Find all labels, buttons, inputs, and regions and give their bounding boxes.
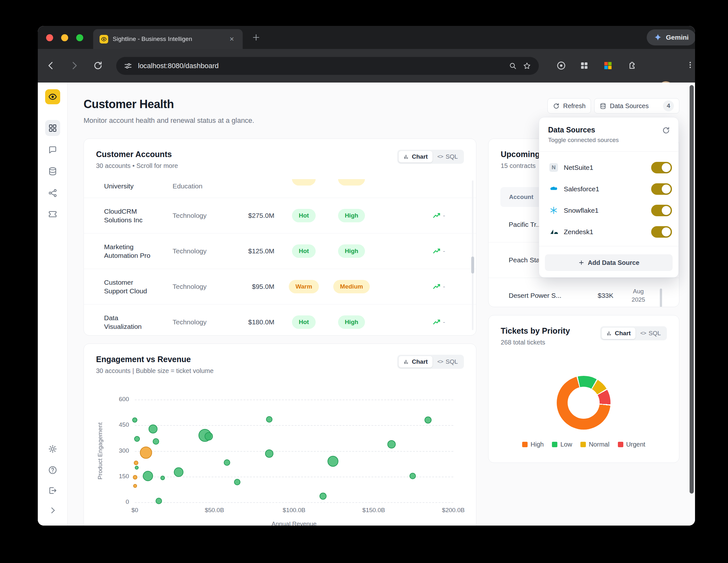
forward-icon[interactable] <box>69 61 79 70</box>
accounts-scrollbar-track[interactable] <box>472 181 473 330</box>
sidebar-item-dashboard[interactable] <box>45 120 60 136</box>
sidebar-item-integrations[interactable] <box>45 186 60 201</box>
toggle-knob <box>662 206 671 215</box>
site-settings-icon[interactable] <box>124 62 132 70</box>
extensions-puzzle-icon[interactable] <box>627 61 637 70</box>
refresh-button-label: Refresh <box>563 102 586 110</box>
browser-tab[interactable]: Sightline - Business Intelligen × <box>93 29 243 49</box>
zoom-window-button[interactable] <box>76 34 83 41</box>
code-icon: <> <box>437 154 443 160</box>
chart-view-button[interactable]: Chart <box>602 327 635 339</box>
menu-kebab-icon[interactable] <box>686 61 694 69</box>
minimize-window-button[interactable] <box>61 34 68 41</box>
y-tick-label: 300 <box>110 447 129 454</box>
x-tick-label: $150.0B <box>362 507 385 514</box>
sidebar-item-logout[interactable] <box>45 483 60 498</box>
legend-item: Low <box>552 441 572 448</box>
grid-icon[interactable] <box>579 61 589 70</box>
plus-icon <box>578 260 585 266</box>
add-data-source-button[interactable]: Add Data Source <box>545 254 673 271</box>
data-sources-button[interactable]: Data Sources 4 <box>594 98 679 114</box>
bubble-point[interactable] <box>174 467 183 477</box>
extension-circle-icon[interactable] <box>556 61 566 70</box>
sidebar-item-tickets[interactable] <box>45 207 60 222</box>
priority-badge: High <box>338 209 365 222</box>
chat-icon <box>48 145 57 155</box>
gemini-button[interactable]: Gemini <box>647 29 695 45</box>
bubble-point[interactable] <box>133 484 137 488</box>
table-row[interactable]: Customer Support CloudTechnology$95.0MWa… <box>84 269 476 304</box>
bubble-point[interactable] <box>425 416 432 423</box>
chart-view-button[interactable]: Chart <box>399 151 433 163</box>
gridline <box>135 477 453 477</box>
bubble-point[interactable] <box>153 438 159 445</box>
table-row[interactable]: Data VisualizationTechnology$180.0MHotHi… <box>84 304 476 335</box>
url-bar[interactable]: localhost:8080/dashboard <box>116 57 539 75</box>
trend-up-icon <box>428 246 446 256</box>
view-toggle: Chart <> SQL <box>600 326 667 340</box>
snowflake-icon <box>549 206 558 215</box>
legend-swatch <box>580 442 586 447</box>
data-source-toggle[interactable] <box>651 162 672 173</box>
lens-search-icon[interactable] <box>509 62 517 70</box>
reload-icon[interactable] <box>93 61 103 70</box>
sidebar-item-data[interactable] <box>45 164 60 179</box>
data-source-row: Snowflake1 <box>539 200 678 221</box>
bubble-point[interactable] <box>156 498 162 504</box>
bubble-point[interactable] <box>409 473 416 479</box>
x-axis-title: Annual Revenue <box>271 520 317 526</box>
bubble-point[interactable] <box>132 417 137 422</box>
bubble-point[interactable] <box>134 461 138 465</box>
refresh-button[interactable]: Refresh <box>547 98 591 114</box>
bubble-point[interactable] <box>320 493 327 500</box>
renewal-date: Aug2025 <box>622 287 654 303</box>
data-source-name: NetSuite1 <box>564 164 593 172</box>
sidebar-item-chat[interactable] <box>45 142 60 157</box>
accounts-scrollbar-thumb[interactable] <box>471 257 474 274</box>
bubble-point[interactable] <box>160 476 165 480</box>
bubble-point[interactable] <box>149 424 158 433</box>
bubble-point[interactable] <box>135 466 139 470</box>
bubble-point[interactable] <box>134 436 140 442</box>
sidebar-expand-chevron-icon[interactable] <box>45 503 60 518</box>
table-row[interactable]: CloudCRM Solutions IncTechnology$275.0MH… <box>84 198 476 233</box>
data-source-toggle[interactable] <box>651 226 672 238</box>
chart-view-button[interactable]: Chart <box>399 356 433 367</box>
panel-refresh-icon[interactable] <box>662 126 670 134</box>
back-icon[interactable] <box>46 61 56 70</box>
card-subtitle: 15 contracts <box>501 162 540 170</box>
bubble-point[interactable] <box>143 471 153 481</box>
bubble-point[interactable] <box>387 440 396 448</box>
microsoft-extension-icon[interactable] <box>603 61 613 70</box>
bubble-point[interactable] <box>234 479 240 485</box>
bookmark-star-icon[interactable] <box>523 62 531 70</box>
tab-close-icon[interactable]: × <box>227 35 236 44</box>
bubble-point[interactable] <box>205 432 213 440</box>
account-name: CloudCRM Solutions Inc <box>104 207 155 225</box>
bubble-point[interactable] <box>265 449 273 458</box>
renewals-scrollbar-thumb[interactable] <box>660 288 662 307</box>
table-row[interactable]: UniversityEducation <box>84 179 476 198</box>
sql-view-button[interactable]: <> SQL <box>433 356 463 367</box>
temperature-badge: Hot <box>292 245 316 258</box>
sql-view-button[interactable]: <> SQL <box>433 151 463 163</box>
renewal-row[interactable]: Desert Power S...$33KAug2025 <box>489 278 679 307</box>
page-scrollbar-thumb[interactable] <box>690 85 694 494</box>
x-tick-label: $0 <box>131 507 138 514</box>
bubble-point[interactable] <box>133 475 137 479</box>
bubble-point[interactable] <box>266 416 272 422</box>
data-source-toggle[interactable] <box>651 205 672 216</box>
sql-view-button[interactable]: <> SQL <box>635 327 666 339</box>
data-source-toggle[interactable] <box>651 183 672 195</box>
sidebar-item-settings[interactable] <box>45 441 60 456</box>
bubble-point[interactable] <box>140 446 152 459</box>
close-window-button[interactable] <box>46 34 53 41</box>
bubble-point[interactable] <box>328 456 338 467</box>
sightline-logo-eye-icon[interactable] <box>45 89 60 104</box>
sidebar-item-help[interactable] <box>45 462 60 478</box>
table-row[interactable]: Marketing Automation ProTechnology$125.0… <box>84 233 476 269</box>
bubble-point[interactable] <box>224 459 230 466</box>
gridline <box>135 502 453 503</box>
account-value: $180.0M <box>218 318 274 326</box>
new-tab-button[interactable] <box>250 31 263 44</box>
